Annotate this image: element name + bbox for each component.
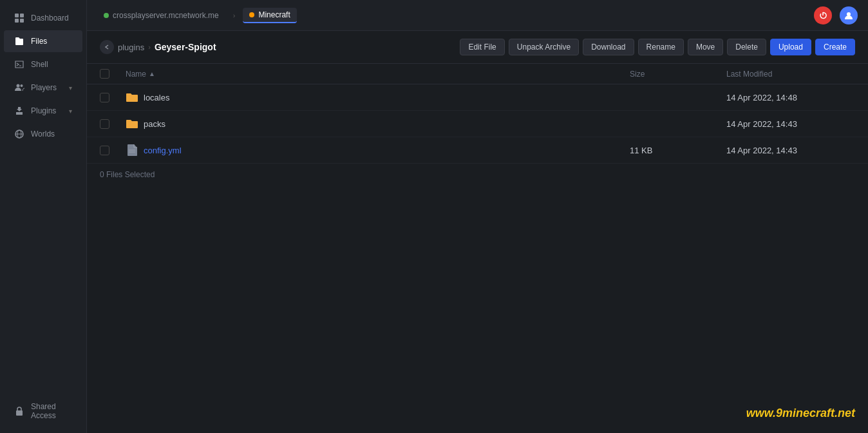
rename-button[interactable]: Rename [638,39,684,55]
svg-point-5 [21,84,23,87]
content-header: plugins › Geyser-Spigot Edit File Unpack… [87,31,868,64]
server1-label: crossplayserver.mcnetwork.me [113,11,219,20]
table-row[interactable]: packs 14 Apr 2022, 14:43 [87,111,868,137]
server1-status-dot [104,13,109,18]
sidebar-item-worlds-label: Worlds [31,130,55,139]
breadcrumb-separator: › [148,43,151,51]
server-tab-1[interactable]: crossplayserver.mcnetwork.me [97,8,225,23]
files-content: plugins › Geyser-Spigot Edit File Unpack… [87,31,868,433]
sort-arrow-icon: ▲ [149,70,155,77]
sidebar-item-players[interactable]: Players ▾ [4,77,82,99]
row-packs-name-cell: packs [126,117,630,130]
svg-rect-9 [16,410,23,416]
shell-icon [14,59,24,70]
sidebar-item-shell-label: Shell [31,60,48,69]
sidebar: Dashboard Files Shell Players ▾ [0,0,87,433]
breadcrumb-back-button[interactable] [100,40,114,54]
server-tab-2[interactable]: Minecraft [243,8,296,23]
topbar: crossplayserver.mcnetwork.me › Minecraft [87,0,868,31]
server2-label: Minecraft [258,10,290,19]
sidebar-item-files-label: Files [31,37,47,46]
sidebar-item-plugins-label: Plugins [31,106,56,115]
worlds-icon [14,129,24,139]
selection-info: 0 Files Selected [87,164,868,186]
toolbar: Edit File Unpack Archive Download Rename… [460,39,855,55]
sidebar-item-shared-access[interactable]: Shared Access [4,396,82,426]
plugins-chevron-icon: ▾ [69,108,72,115]
plugins-icon [14,106,24,116]
column-name-header[interactable]: Name ▲ [126,70,630,79]
row-packs-modified: 14 Apr 2022, 14:43 [726,119,855,129]
table-row[interactable]: locales 14 Apr 2022, 14:48 [87,84,868,111]
sidebar-item-files[interactable]: Files [4,30,82,52]
breadcrumb-parent-link[interactable]: plugins [118,43,144,52]
table-row[interactable]: config.yml 11 KB 14 Apr 2022, 14:43 [87,137,868,164]
row-locales-checkbox[interactable] [100,93,109,102]
row-configyml-filename-link[interactable]: config.yml [144,146,182,155]
row-configyml-name-cell: config.yml [126,144,630,157]
edit-file-button[interactable]: Edit File [460,39,504,55]
column-name-label: Name [126,70,146,79]
svg-rect-3 [20,19,24,23]
svg-rect-2 [15,19,19,23]
column-size-header: Size [630,70,726,79]
svg-rect-1 [20,14,24,17]
sidebar-item-dashboard[interactable]: Dashboard [4,7,82,29]
svg-rect-0 [15,14,19,17]
row-locales-filename: locales [144,93,169,102]
row-configyml-checkbox[interactable] [100,146,109,155]
row-configyml-size: 11 KB [630,146,726,155]
file-document-icon [126,144,138,157]
svg-point-4 [17,84,20,88]
sidebar-item-worlds[interactable]: Worlds [4,123,82,145]
column-modified-header: Last Modified [726,70,855,79]
dashboard-icon [14,13,24,23]
breadcrumb-current-label: Geyser-Spigot [155,42,216,52]
players-chevron-icon: ▾ [69,84,72,91]
unpack-archive-button[interactable]: Unpack Archive [509,39,579,55]
file-table: Name ▲ Size Last Modified [87,64,868,433]
row-packs-checkbox[interactable] [100,119,109,129]
row-configyml-modified: 14 Apr 2022, 14:43 [726,146,855,155]
file-table-header: Name ▲ Size Last Modified [87,64,868,84]
sidebar-item-dashboard-label: Dashboard [31,14,69,23]
players-icon [14,82,24,93]
files-icon [14,36,24,46]
upload-button[interactable]: Upload [770,39,811,55]
download-button[interactable]: Download [583,39,634,55]
folder-icon [126,117,138,130]
breadcrumb: plugins › Geyser-Spigot [100,40,452,54]
create-button[interactable]: Create [815,39,855,55]
select-all-checkbox[interactable] [100,69,109,79]
row-locales-modified: 14 Apr 2022, 14:48 [726,93,855,102]
sidebar-item-shell[interactable]: Shell [4,53,82,75]
delete-button[interactable]: Delete [727,39,766,55]
power-button[interactable] [814,6,832,24]
server2-status-dot [249,12,254,17]
sidebar-item-shared-access-label: Shared Access [31,402,72,420]
sidebar-item-plugins[interactable]: Plugins ▾ [4,100,82,122]
row-packs-filename: packs [144,119,165,129]
user-avatar[interactable] [840,6,858,24]
folder-icon [126,91,138,104]
row-locales-name-cell: locales [126,91,630,104]
move-button[interactable]: Move [688,39,723,55]
main-content: crossplayserver.mcnetwork.me › Minecraft [87,0,868,433]
lock-icon [14,406,24,416]
topbar-chevron-icon: › [233,12,236,19]
sidebar-item-players-label: Players [31,83,57,92]
selection-count: 0 Files Selected [100,170,155,179]
